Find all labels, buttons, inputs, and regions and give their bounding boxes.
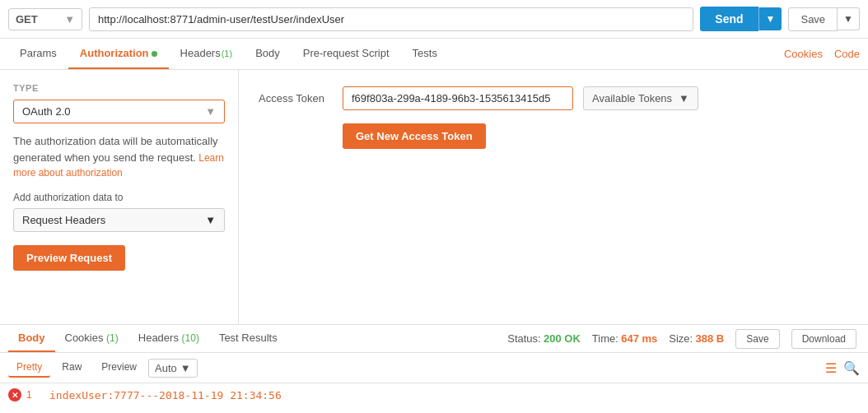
send-button[interactable]: Send [700, 7, 758, 31]
wrap-lines-button[interactable]: ☰ [825, 360, 837, 376]
time-label: Time: 647 ms [592, 332, 657, 345]
fmt-tab-raw[interactable]: Raw [54, 358, 90, 378]
tab-authorization[interactable]: Authorization [68, 39, 169, 69]
resp-headers-label: Headers [138, 332, 179, 344]
tab-headers-label: Headers [180, 47, 221, 59]
resp-cookies-label: Cookies [65, 332, 104, 344]
code-link[interactable]: Code [834, 48, 860, 60]
tab-authorization-label: Authorization [80, 47, 149, 59]
resp-cookies-badge: (1) [106, 332, 119, 344]
error-icon: ✕ [8, 388, 21, 401]
fmt-tab-pretty[interactable]: Pretty [8, 358, 50, 378]
save-button[interactable]: Save [788, 7, 838, 31]
available-tokens-label: Available Tokens [592, 92, 672, 104]
main-content: TYPE OAuth 2.0 ▼ The authorization data … [0, 70, 868, 325]
send-dropdown-button[interactable]: ▼ [758, 7, 782, 30]
response-area: Body Cookies (1) Headers (10) Test Resul… [0, 325, 868, 406]
code-content: indexUser:7777---2018-11-19 21:34:56 [49, 389, 282, 401]
tabs-right-actions: Cookies Code [784, 48, 860, 60]
request-tabs: Params Authorization Headers(1) Body Pre… [0, 39, 868, 70]
method-selector[interactable]: GET ▼ [8, 8, 82, 30]
get-new-access-token-button[interactable]: Get New Access Token [343, 123, 486, 149]
status-label: Status: 200 OK [507, 332, 581, 345]
url-bar: GET ▼ Send ▼ Save ▼ [0, 0, 868, 39]
req-headers-selector[interactable]: Request Headers ▼ [13, 208, 225, 232]
req-headers-label: Request Headers [22, 214, 105, 226]
resp-tab-test-results[interactable]: Test Results [209, 325, 287, 352]
headers-badge: (1) [222, 49, 232, 58]
oauth-type-selector[interactable]: OAuth 2.0 ▼ [13, 100, 225, 123]
tab-body[interactable]: Body [244, 39, 292, 69]
req-headers-arrow: ▼ [205, 214, 216, 226]
code-output-line: ✕ 1 indexUser:7777---2018-11-19 21:34:56 [0, 383, 868, 406]
size-value: 388 B [696, 332, 725, 345]
format-select-label: Auto [155, 362, 177, 374]
right-panel: Access Token Available Tokens ▼ Get New … [239, 70, 868, 324]
access-token-label: Access Token [259, 92, 333, 104]
resp-tab-cookies[interactable]: Cookies (1) [55, 325, 128, 352]
time-prefix: Time: [592, 332, 618, 345]
cookies-link[interactable]: Cookies [784, 48, 823, 60]
available-tokens-arrow: ▼ [679, 92, 689, 104]
resp-headers-badge: (10) [182, 332, 199, 344]
auto-gen-text: The authorization data will be automatic… [13, 133, 225, 180]
preview-request-button[interactable]: Preview Request [13, 245, 125, 271]
format-select[interactable]: Auto ▼ [148, 359, 198, 378]
time-value: 647 ms [621, 332, 657, 345]
url-input[interactable] [89, 7, 693, 31]
format-bar: Pretty Raw Preview Auto ▼ ☰ 🔍 [0, 353, 868, 383]
add-auth-label: Add authorization data to [13, 192, 225, 203]
status-ok-value: 200 OK [544, 332, 581, 345]
oauth-label: OAuth 2.0 [22, 105, 71, 118]
resp-tab-body[interactable]: Body [8, 325, 55, 352]
status-prefix: Status: [507, 332, 540, 345]
send-btn-group: Send ▼ [700, 7, 782, 31]
tab-params[interactable]: Params [8, 39, 68, 69]
access-token-input[interactable] [343, 86, 573, 110]
status-bar: Status: 200 OK Time: 647 ms Size: 388 B … [507, 329, 860, 349]
response-save-button[interactable]: Save [735, 329, 779, 349]
auth-active-dot [152, 51, 157, 57]
size-label: Size: 388 B [669, 332, 724, 345]
method-dropdown-arrow: ▼ [64, 13, 75, 26]
fmt-tab-preview[interactable]: Preview [93, 358, 145, 378]
search-in-response-button[interactable]: 🔍 [843, 360, 860, 376]
access-token-row: Access Token Available Tokens ▼ [259, 86, 848, 110]
response-download-button[interactable]: Download [791, 329, 856, 349]
format-icons: ☰ 🔍 [825, 360, 860, 376]
tab-prerequest[interactable]: Pre-request Script [292, 39, 401, 69]
format-select-arrow: ▼ [180, 362, 191, 374]
resp-tab-headers[interactable]: Headers (10) [128, 325, 209, 352]
left-panel: TYPE OAuth 2.0 ▼ The authorization data … [0, 70, 239, 324]
response-tabs-row: Body Cookies (1) Headers (10) Test Resul… [0, 325, 868, 353]
available-tokens-button[interactable]: Available Tokens ▼ [583, 86, 698, 110]
save-btn-group: Save ▼ [788, 7, 860, 31]
size-prefix: Size: [669, 332, 693, 345]
save-dropdown-button[interactable]: ▼ [838, 7, 860, 30]
oauth-dropdown-arrow: ▼ [205, 105, 216, 118]
auto-gen-description: The authorization data will be automatic… [13, 135, 218, 164]
type-label: TYPE [13, 83, 225, 93]
tab-tests[interactable]: Tests [401, 39, 449, 69]
line-number: 1 [26, 389, 43, 401]
method-label: GET [16, 13, 38, 26]
tab-headers[interactable]: Headers(1) [169, 39, 245, 69]
